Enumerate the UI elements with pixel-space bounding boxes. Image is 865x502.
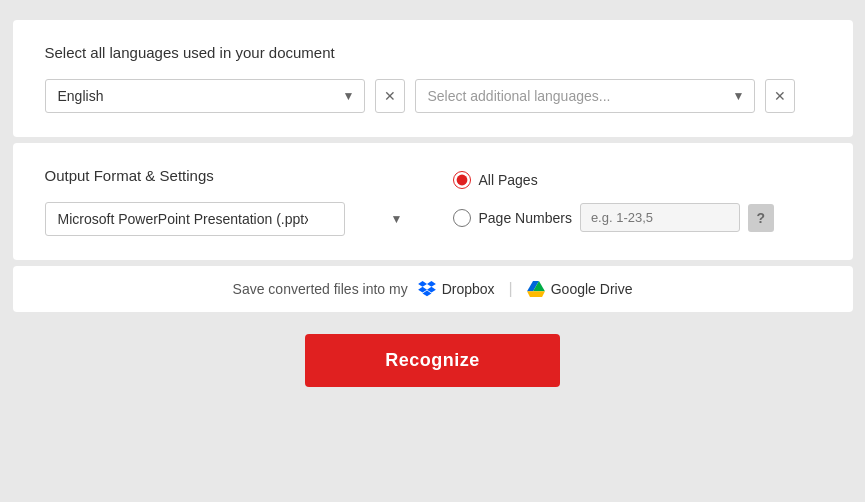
all-pages-row: All Pages [453, 171, 821, 189]
dropbox-label: Dropbox [442, 281, 495, 297]
save-bar: Save converted files into my Dropbox | G… [13, 266, 853, 312]
page-numbers-label: Page Numbers [479, 210, 572, 226]
dropbox-icon [418, 281, 436, 297]
secondary-language-wrapper: Select additional languages... French Ge… [415, 79, 755, 113]
all-pages-radio[interactable] [453, 171, 471, 189]
page-numbers-input[interactable] [580, 203, 740, 232]
output-format-select[interactable]: Microsoft PowerPoint Presentation (.pptx… [45, 202, 345, 236]
primary-language-wrapper: English French German Spanish ▼ [45, 79, 365, 113]
dropbox-link[interactable]: Dropbox [418, 281, 495, 297]
primary-language-select[interactable]: English French German Spanish [45, 79, 365, 113]
google-drive-label: Google Drive [551, 281, 633, 297]
output-format-title: Output Format & Settings [45, 167, 413, 184]
all-pages-label: All Pages [479, 172, 538, 188]
output-right: All Pages Page Numbers ? [453, 167, 821, 232]
google-drive-link[interactable]: Google Drive [527, 281, 633, 297]
page-numbers-row: Page Numbers ? [453, 203, 821, 232]
recognize-button[interactable]: Recognize [305, 334, 560, 387]
languages-title: Select all languages used in your docume… [45, 44, 821, 61]
language-row: English French German Spanish ▼ ✕ Select… [45, 79, 821, 113]
primary-clear-button[interactable]: ✕ [375, 79, 405, 113]
page-numbers-radio[interactable] [453, 209, 471, 227]
format-chevron-icon: ▼ [391, 212, 403, 226]
format-select-wrapper: Microsoft PowerPoint Presentation (.pptx… [45, 202, 413, 236]
google-drive-icon [527, 281, 545, 297]
save-text: Save converted files into my [233, 281, 408, 297]
divider: | [509, 280, 513, 298]
output-left: Output Format & Settings Microsoft Power… [45, 167, 413, 236]
output-format-card: Output Format & Settings Microsoft Power… [13, 143, 853, 260]
languages-card: Select all languages used in your docume… [13, 20, 853, 137]
help-button[interactable]: ? [748, 204, 774, 232]
output-section: Output Format & Settings Microsoft Power… [45, 167, 821, 236]
secondary-clear-button[interactable]: ✕ [765, 79, 795, 113]
secondary-language-select[interactable]: Select additional languages... French Ge… [415, 79, 755, 113]
